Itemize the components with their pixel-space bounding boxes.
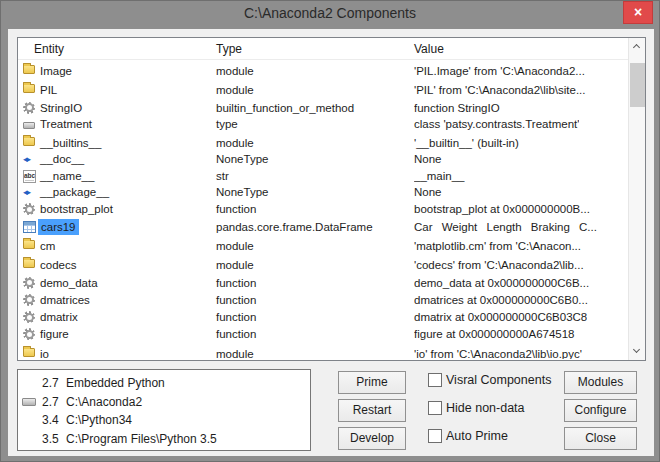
entity-value: 'PIL' from 'C:\Anaconda2\lib\site...	[414, 82, 586, 98]
vertical-scrollbar[interactable]	[628, 38, 645, 360]
folder-icon	[23, 348, 35, 357]
close-icon: ×	[634, 4, 642, 20]
entity-value: dmatrix at 0x000000000C6B03C8	[414, 309, 587, 325]
entity-type: pandas.core.frame.DataFrame	[216, 219, 373, 235]
entity-value: 'matplotlib.cm' from 'C:\Anacon...	[414, 238, 581, 254]
list-item[interactable]: 2.7C:\Anaconda2	[18, 393, 310, 412]
table-row[interactable]: __doc__NoneTypeNone	[18, 151, 628, 167]
table-row[interactable]: __builtins__module'__builtin__' (built-i…	[18, 135, 628, 151]
entity-value: None	[414, 184, 442, 200]
bar-icon	[22, 398, 36, 406]
entity-value: 'codecs' from 'C:\Anaconda2\lib...	[414, 257, 584, 273]
entity-value: figure at 0x000000000A674518	[414, 326, 575, 342]
table-row[interactable]: cars19pandas.core.frame.DataFrameCar Wei…	[18, 219, 628, 235]
entity-name: PIL	[40, 82, 57, 98]
components-listview: Entity Type Value Imagemodule'PIL.Image'…	[17, 37, 646, 361]
dataframe-grid-icon	[23, 221, 36, 233]
column-header-value[interactable]: Value	[414, 38, 444, 60]
entity-type: function	[216, 275, 256, 291]
dialog-window: C:\Anaconda2 Components × Entity Type Va…	[0, 0, 660, 462]
entity-name: bootstrap_plot	[40, 201, 113, 217]
table-row[interactable]: dmatricesfunctiondmatrices at 0x00000000…	[18, 292, 628, 308]
chevron-down-icon	[633, 346, 640, 353]
gear-icon	[23, 203, 35, 215]
table-row[interactable]: Treatmenttypeclass 'patsy.contrasts.Trea…	[18, 116, 628, 132]
checkbox-label: Auto Prime	[446, 429, 508, 444]
entity-type: function	[216, 326, 256, 342]
table-row[interactable]: cmmodule'matplotlib.cm' from 'C:\Anacon.…	[18, 238, 628, 254]
close-button[interactable]: Close	[564, 427, 637, 450]
visral-components-checkbox[interactable]	[428, 373, 442, 387]
entity-type: function	[216, 292, 256, 308]
entity-type: module	[216, 257, 254, 273]
close-window-button[interactable]: ×	[623, 1, 653, 24]
hide-non-data-checkbox[interactable]	[428, 401, 442, 415]
auto-prime-checkbox[interactable]	[428, 429, 442, 443]
entity-name: demo_data	[40, 275, 98, 291]
modules-button[interactable]: Modules	[564, 371, 637, 394]
scroll-down-button[interactable]	[629, 343, 646, 360]
list-item[interactable]: 2.7Embedded Python	[18, 374, 310, 393]
entity-type: module	[216, 135, 254, 151]
entity-value: dmatrices at 0x000000000C6B0...	[414, 292, 588, 308]
table-row[interactable]: bootstrap_plotfunctionbootstrap_plot at …	[18, 201, 628, 217]
entity-name: __name__	[40, 168, 94, 184]
title-bar: C:\Anaconda2 Components ×	[1, 1, 659, 29]
entity-name: __builtins__	[40, 135, 101, 151]
table-row[interactable]: codecsmodule'codecs' from 'C:\Anaconda2\…	[18, 257, 628, 273]
column-header-entity[interactable]: Entity	[34, 38, 64, 60]
restart-button[interactable]: Restart	[338, 399, 406, 422]
configure-button[interactable]: Configure	[564, 399, 637, 422]
checkbox-label: Hide non-data	[446, 401, 525, 416]
entity-name: cm	[40, 238, 55, 254]
entity-name: cars19	[38, 219, 79, 235]
develop-button[interactable]: Develop	[338, 427, 406, 450]
entity-name: __package__	[40, 184, 109, 200]
table-row[interactable]: demo_datafunctiondemo_data at 0x00000000…	[18, 275, 628, 291]
column-header-type[interactable]: Type	[216, 38, 242, 60]
entity-name: Treatment	[40, 116, 92, 132]
scroll-up-button[interactable]	[629, 38, 646, 55]
table-row[interactable]: __package__NoneTypeNone	[18, 184, 628, 200]
checkbox-label: Visral Components	[446, 373, 551, 388]
table-row[interactable]: iomodule'io' from 'C:\Anaconda2\lib\io.p…	[18, 346, 628, 359]
python-version: 2.7	[42, 374, 66, 393]
list-item[interactable]: 3.4C:\Python34	[18, 411, 310, 430]
entity-value: None	[414, 151, 442, 167]
python-version: 2.7	[42, 393, 66, 412]
listview-body: Imagemodule'PIL.Image' from 'C:\Anaconda…	[18, 60, 628, 359]
prime-button[interactable]: Prime	[338, 371, 406, 394]
entity-name: io	[40, 346, 49, 359]
entity-type: type	[216, 116, 238, 132]
folder-icon	[23, 259, 35, 268]
list-item[interactable]: 3.5C:\Program Files\Python 3.5	[18, 430, 310, 449]
entity-value: demo_data at 0x000000000C6B...	[414, 275, 589, 291]
entity-value: 'PIL.Image' from 'C:\Anaconda2...	[414, 63, 585, 79]
python-installs-listbox: 2.7Embedded Python2.7C:\Anaconda23.4C:\P…	[17, 369, 311, 451]
entity-value: function StringIO	[414, 100, 500, 116]
entity-name: Image	[40, 63, 72, 79]
gear-icon	[23, 294, 35, 306]
python-path: Embedded Python	[66, 376, 165, 390]
angle-brackets-icon	[23, 186, 36, 199]
entity-type: str	[216, 168, 229, 184]
scrollbar-thumb[interactable]	[630, 63, 645, 107]
gear-icon	[23, 328, 35, 340]
table-row[interactable]: dmatrixfunctiondmatrix at 0x000000000C6B…	[18, 309, 628, 325]
table-row[interactable]: figurefunctionfigure at 0x000000000A6745…	[18, 326, 628, 342]
entity-name: dmatrices	[40, 292, 90, 308]
entity-name: figure	[40, 326, 69, 342]
table-row[interactable]: __name__str__main__	[18, 168, 628, 184]
gear-icon	[23, 277, 35, 289]
folder-icon	[23, 240, 35, 249]
entity-type: module	[216, 82, 254, 98]
table-row[interactable]: StringIObuiltin_function_or_methodfuncti…	[18, 100, 628, 116]
entity-name: StringIO	[40, 100, 82, 116]
entity-type: function	[216, 309, 256, 325]
table-row[interactable]: PILmodule'PIL' from 'C:\Anaconda2\lib\si…	[18, 82, 628, 98]
entity-name: dmatrix	[40, 309, 78, 325]
table-row[interactable]: Imagemodule'PIL.Image' from 'C:\Anaconda…	[18, 63, 628, 79]
entity-type: module	[216, 63, 254, 79]
python-version: 3.5	[42, 430, 66, 449]
python-version: 3.4	[42, 411, 66, 430]
